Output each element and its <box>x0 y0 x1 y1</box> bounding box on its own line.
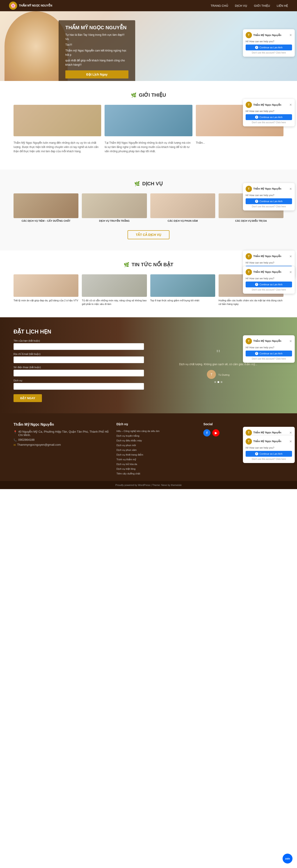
footer-link-item-9[interactable]: Dịch vụ triệt lông <box>116 467 197 470</box>
footer-wrapper: Thẩm Mỹ Ngọc Nguyễn 📍 40 Nguyễn Mỹ Ca, P… <box>0 413 297 481</box>
chat-avatar-7: T <box>246 430 252 436</box>
service-label-2: DỊCH VỤ TRUYỀN TRẮNG <box>82 219 147 222</box>
chat-close-1[interactable]: ✕ <box>289 33 292 37</box>
chat-close-7[interactable]: ✕ <box>289 431 292 434</box>
chat-or-2[interactable]: Don't use this account? Click here <box>246 121 292 124</box>
chat-or-3[interactable]: Don't use this account? Click here <box>246 205 292 208</box>
facebook-icon[interactable]: f <box>203 429 211 436</box>
chat-brand-6: Thẩm Mỹ Ngọc Nguyễn <box>253 340 281 342</box>
continue-btn-6[interactable]: f Continue as Lan Anh <box>246 350 292 356</box>
footer-link-item-8[interactable]: Dịch vụ trẻ hóa da <box>116 462 197 466</box>
phone-icon: 📞 <box>14 438 17 442</box>
dot-3 <box>221 381 222 383</box>
nav-lien-he[interactable]: LIÊN HỆ <box>277 4 288 7</box>
news-img-1 <box>14 274 78 297</box>
footer-link-item-5[interactable]: Dịch vụ phun xăm <box>116 448 197 452</box>
intro-section: 🌿 GIỚI THIỆU Thẩm Mỹ Ngọc Nguyễn luôn ma… <box>0 81 297 169</box>
form-input-service[interactable] <box>14 383 144 390</box>
hero-desc4: quả nhất để giúp mỗi khách hàng thành cô… <box>65 59 129 67</box>
leaf-icon-3: 🌿 <box>124 262 129 267</box>
news-text-4: Hướng dẫn các bước chăm sóc da mặt tại n… <box>219 299 284 306</box>
quote-author-avatar: T <box>207 370 216 379</box>
chat-avatar-5: T <box>246 269 252 275</box>
hero-desc3: Thẩm mỹ Ngọc Nguyễn cam kết không ngừng … <box>65 49 129 57</box>
intro-texts: Thẩm Mỹ Ngọc Nguyễn luôn mang đến những … <box>14 141 284 154</box>
chat-brand-7: Thẩm Mỹ Ngọc Nguyễn <box>253 431 281 434</box>
service-label-3: CÁC DỊCH VỤ PHUN XĂM <box>150 219 215 222</box>
form-input-phone[interactable] <box>14 370 144 376</box>
news-text-3: Top 8 loại thức uống giảm mỡ bụng tốt nh… <box>150 299 215 303</box>
footer-phone-text: 0902864188 <box>18 438 34 441</box>
continue-btn-1[interactable]: f Continue as Lan Anh <box>246 44 292 50</box>
form-group-phone: Số điện thoại (bắt buộc) <box>14 366 144 376</box>
chat-or-5[interactable]: Don't use this account? Click here <box>246 288 292 291</box>
dat-lich-button[interactable]: Đặt Lịch Ngay <box>65 70 129 79</box>
chat-greeting-2: Hi! How can we help you? <box>246 110 292 113</box>
logo[interactable]: 🌸 THẨM MỸ NGỌC NGUYỄN <box>9 2 52 10</box>
chat-greeting-5: Hi! How can we help you? <box>246 277 292 280</box>
form-input-email[interactable] <box>14 356 144 363</box>
continue-btn-5[interactable]: f Continue as Lan Anh <box>246 282 292 287</box>
service-label-4: Các Dịch Vụ Điều Trị Da <box>219 219 284 222</box>
hero-section: THẨM MỸ NGỌC NGUYỄN Tự hào là Bàn Tay Và… <box>0 11 297 81</box>
service-label-1: CÁC DỊCH VỤ TIÊM – CẤY DƯỠNG CHẤT <box>14 219 78 222</box>
chat-header-4: T Thẩm Mỹ Ngọc Nguyễn ✕ <box>246 253 292 259</box>
footer-link-item-7[interactable]: Trịnh vụ thẩm mỹ <box>116 458 197 461</box>
continue-btn-8[interactable]: f Continue as Lan Anh <box>246 451 292 457</box>
chat-close-2[interactable]: ✕ <box>289 103 292 106</box>
fb-icon-2: f <box>255 116 258 119</box>
footer-link-item-10[interactable]: Tiêm cấy dưỡng chất <box>116 472 197 475</box>
chat-close-5[interactable]: ✕ <box>289 270 292 274</box>
chat-close-6[interactable]: ✕ <box>289 339 292 343</box>
continue-btn-2[interactable]: f Continue as Lan Anh <box>246 114 292 120</box>
continue-btn-3[interactable]: f Continue as Lan Anh <box>246 198 292 204</box>
chat-brand-4: Thẩm Mỹ Ngọc Nguyễn <box>253 255 281 258</box>
leaf-icon-1: 🌿 <box>131 92 137 98</box>
submit-button[interactable]: ĐẶT NGAY <box>14 394 42 402</box>
news-text-1: Tiết lộ món ăn vặt giúp đẹp da, giữ dáng… <box>14 299 78 303</box>
chat-close-4[interactable]: ✕ <box>289 254 292 258</box>
nav-dich-vu[interactable]: DỊCH VỤ <box>235 4 247 7</box>
booking-section-wrapper: ĐẶT LỊCH HẸN Tên của bạn (bắt buộc) Địa … <box>0 317 297 413</box>
tat-ca-button[interactable]: TẤT CẢ DỊCH VỤ <box>128 230 170 239</box>
youtube-icon[interactable]: ▶ <box>212 429 219 436</box>
chat-avatar-8: T <box>246 438 252 444</box>
chat-brand-8: Thẩm Mỹ Ngọc Nguyễn <box>253 440 281 443</box>
fb-icon-1: f <box>255 46 258 49</box>
footer-link-item-3[interactable]: Dịch vụ điêu khắc mày <box>116 439 197 442</box>
chat-header-7: T Thẩm Mỹ Ngọc Nguyễn ✕ <box>246 430 292 436</box>
form-group-name: Tên của bạn (bắt buộc) <box>14 339 144 350</box>
nav-gioi-thieu[interactable]: GIỚI THIỆU <box>254 4 270 7</box>
chat-close-3[interactable]: ✕ <box>289 187 292 191</box>
chat-or-8[interactable]: Don't use this account? Click here <box>246 458 292 460</box>
chat-widget-2: T Thẩm Mỹ Ngọc Nguyễn ✕ Hi! How can we h… <box>243 99 295 126</box>
chat-brand-1: Thẩm Mỹ Ngọc Nguyễn <box>253 34 281 37</box>
intro-text-1: Thẩm Mỹ Ngọc Nguyễn luôn mang đến những … <box>14 141 101 154</box>
chat-or-1[interactable]: Don't use this account? Click here <box>246 52 292 54</box>
footer-link-item-1[interactable]: Hifu – Công nghệ kéo căng da siêu âm <box>116 429 197 433</box>
chat-widget-1: T Thẩm Mỹ Ngọc Nguyễn ✕ Hi! How can we h… <box>243 29 295 57</box>
footer-address-text: 40 Nguyễn Mỹ Ca, Phường Hiệp Tân, Quận T… <box>18 430 110 437</box>
intro-text-3: Thẩm... <box>196 141 284 154</box>
footer-link-item-4[interactable]: Dịch vụ phun môi <box>116 443 197 447</box>
hero-desc2: Tác!!! <box>65 43 129 47</box>
nav-trang-chu[interactable]: TRANG CHỦ <box>211 4 228 7</box>
quote-icon: " <box>216 347 220 360</box>
news-img-3 <box>150 274 215 297</box>
footer-link-item-2[interactable]: Dịch vụ truyền trắng <box>116 434 197 437</box>
form-input-name[interactable] <box>14 343 144 350</box>
chat-brand-3: Thẩm Mỹ Ngọc Nguyễn <box>253 187 281 190</box>
chat-widget-5: T Thẩm Mỹ Ngọc Nguyễn ✕ Hi! How can we h… <box>243 266 295 294</box>
footer-brand-name: Thẩm Mỹ Ngọc Nguyễn <box>14 422 110 427</box>
form-label-email: Địa chỉ Email (bắt buộc) <box>14 352 144 355</box>
booking-content: ĐẶT LỊCH HẸN Tên của bạn (bắt buộc) Địa … <box>0 317 297 413</box>
news-text-2: Tủ đồ cũ có sẵn những món này, nâng công… <box>82 299 147 306</box>
address-icon: 📍 <box>14 430 17 434</box>
footer-link-item-6[interactable]: Dịch vụ thiết trang điểm <box>116 453 197 456</box>
hero-title: THẨM MỸ NGỌC NGUYỄN <box>65 25 129 31</box>
chat-or-6[interactable]: Don't use this account? Click here <box>246 358 292 360</box>
footer-email-text: Thammyngocnguyen@gmail.com <box>17 443 61 446</box>
chat-close-8[interactable]: ✕ <box>289 440 292 443</box>
chat-greeting-1: Hi! How can we help you? <box>246 40 292 43</box>
chat-greeting-8: Hi! How can we help you? <box>246 446 292 449</box>
